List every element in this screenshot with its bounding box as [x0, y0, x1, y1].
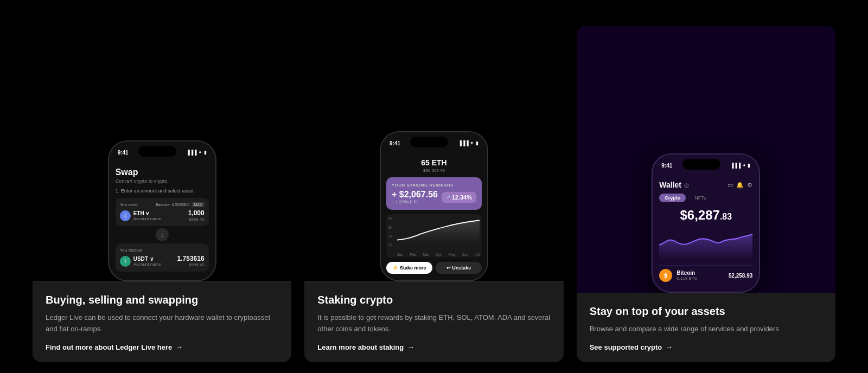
chart-y-4k: 4k [388, 216, 392, 220]
wallet-link-text: See supported crypto [590, 343, 662, 351]
chart-y-2k: 2k [388, 234, 392, 238]
status-bar-swap: 9:41 ▐▐▐ ✦ ▮ [109, 142, 215, 161]
send-max[interactable]: MAX [192, 202, 204, 207]
tab-nfts[interactable]: NFTs [689, 194, 711, 202]
rewards-amount: + $2,067.56 [392, 190, 438, 200]
wallet-title: Wallet [659, 181, 681, 189]
card-icon[interactable]: ▭ [727, 182, 733, 189]
rewards-pct-badge: ↗ 12.34% [442, 192, 476, 203]
usdt-icon: T [120, 256, 131, 267]
chart-svg [397, 216, 480, 243]
swap-receive-header: You receive [120, 248, 205, 253]
staking-chart: 4k 3k 2k 1k [386, 214, 482, 258]
time-wallet: 9:41 [661, 163, 672, 169]
staking-rewards-box: YOUR STAKING REWARDS + $2,067.56 + 1.375… [386, 177, 482, 210]
time-swap: 9:41 [118, 150, 129, 156]
wallet-card: 9:41 ▐▐▐ ✦ ▮ Wallet ◎ ▭ 🔔 ⚙ [577, 26, 835, 362]
staking-phone-area: 9:41 ▐▐▐ ✦ ▮ 65 ETH $96,567.78 YOUR STAK… [304, 26, 563, 281]
swap-title: Swap [116, 168, 209, 177]
bitcoin-asset-row: ₿ Bitcoin 0.118 BTC $2,258.93 [659, 265, 752, 285]
send-asset-row: ⟠ ETH ∨ Account name 1,000 $ [120, 209, 205, 222]
wallet-screen: Wallet ◎ ▭ 🔔 ⚙ Crypto NFTs [653, 174, 759, 292]
swap-send-header: You send Balance: 0.3928364 MAX [120, 202, 205, 207]
wallet-chart [659, 227, 752, 260]
wallet-tabs: Crypto NFTs [659, 194, 752, 202]
swap-info-title: Buying, selling and swapping [46, 293, 278, 307]
staking-balance-eth: 65 ETH [386, 158, 482, 167]
stake-more-button[interactable]: ⚡ Stake more [386, 262, 432, 274]
staking-card-info: Staking crypto It is possible to get rew… [304, 281, 563, 362]
dynamic-island-staking [410, 137, 448, 147]
staking-info-link[interactable]: Learn more about staking → [317, 343, 550, 351]
balance-cents: .83 [720, 212, 732, 221]
rewards-row: + $2,067.56 + 1.3756 ETH ↗ 12.34% [392, 190, 476, 204]
chart-y-labels: 4k 3k 2k 1k [388, 216, 392, 247]
swap-receive-box: You receive T USDT ∨ Account name [116, 243, 209, 272]
eth-icon: ⟠ [120, 210, 131, 221]
tab-crypto[interactable]: Crypto [659, 194, 686, 202]
unstake-icon: ↩ [446, 265, 452, 271]
wallet-title-row: Wallet ◎ [659, 181, 689, 189]
swap-step: 1. Enter an amount and select asset [116, 188, 209, 194]
staking-info-desc: It is possible to get rewards by staking… [317, 312, 550, 335]
wallet-card-info: Stay on top of your assets Browse and co… [577, 293, 835, 362]
unstake-button[interactable]: ↩ Unstake [436, 262, 482, 274]
staking-info-title: Staking crypto [317, 293, 550, 307]
swap-info-desc: Ledger Live can be used to connect your … [46, 312, 278, 335]
send-asset-left: ⟠ ETH ∨ Account name [120, 210, 161, 221]
receive-asset-name: USDT ∨ [133, 256, 161, 262]
btc-icon: ₿ [659, 269, 672, 282]
swap-link-text: Find out more about Ledger Live here [46, 343, 172, 351]
stake-icon: ⚡ [392, 265, 400, 271]
bell-icon[interactable]: 🔔 [736, 182, 744, 189]
btc-amount: 0.118 BTC [676, 276, 724, 281]
btc-value: $2,258.93 [729, 273, 753, 279]
chart-x-labels: Jan Feb Mar Apr May Jun Jul [397, 253, 480, 256]
wallet-link-arrow: → [665, 343, 673, 351]
rewards-sub: + 1.3756 ETH [392, 200, 438, 204]
status-bar-staking: 9:41 ▐▐▐ ✦ ▮ [381, 132, 487, 152]
receive-account: Account name [133, 262, 161, 267]
send-asset-name: ETH ∨ [133, 210, 161, 216]
time-staking: 9:41 [390, 140, 400, 146]
swap-direction-button[interactable]: ↓ [156, 228, 169, 241]
status-bar-wallet: 9:41 ▐▐▐ ✦ ▮ [653, 155, 759, 174]
swap-send-box: You send Balance: 0.3928364 MAX ⟠ [116, 198, 209, 226]
staking-phone: 9:41 ▐▐▐ ✦ ▮ 65 ETH $96,567.78 YOUR STAK… [380, 131, 488, 281]
dynamic-island-swap [138, 146, 176, 157]
btc-name: Bitcoin [676, 270, 724, 276]
wallet-info-title: Stay on top of your assets [590, 304, 822, 318]
status-icons-wallet: ▐▐▐ ✦ ▮ [730, 163, 750, 168]
balance-main: $6,287.83 [680, 208, 732, 222]
wallet-info-desc: Browse and compare a wide range of servi… [590, 324, 822, 335]
swap-phone: 9:41 ▐▐▐ ✦ ▮ Swap Convert crypto to cryp… [108, 140, 216, 281]
wallet-header: Wallet ◎ ▭ 🔔 ⚙ [659, 181, 752, 189]
receive-usd: $999.42 [177, 262, 205, 267]
wallet-chart-svg [659, 227, 752, 260]
rewards-label: YOUR STAKING REWARDS [392, 183, 476, 188]
send-asset-info: ETH ∨ Account name [133, 210, 161, 221]
staking-balance-usd: $96,567.78 [386, 168, 482, 173]
status-icons-staking: ▐▐▐ ✦ ▮ [458, 140, 478, 146]
settings-icon[interactable]: ⚙ [747, 182, 752, 189]
send-amount-value: 1,000 [188, 209, 205, 217]
swap-link-arrow: → [175, 343, 183, 351]
swap-info-link[interactable]: Find out more about Ledger Live here → [46, 343, 278, 351]
swap-phone-area: 9:41 ▐▐▐ ✦ ▮ Swap Convert crypto to cryp… [33, 26, 291, 281]
receive-asset-left: T USDT ∨ Account name [120, 256, 161, 267]
wallet-info-link[interactable]: See supported crypto → [590, 343, 822, 351]
swap-card-info: Buying, selling and swapping Ledger Live… [33, 281, 291, 362]
swap-subtitle: Convert crypto to crypto [116, 178, 209, 184]
wallet-balance: $6,287.83 [659, 208, 752, 223]
chart-y-1k: 1k [388, 243, 392, 247]
staking-screen: 65 ETH $96,567.78 YOUR STAKING REWARDS +… [381, 152, 487, 280]
dynamic-island-wallet [682, 159, 720, 170]
wallet-action-icons: ▭ 🔔 ⚙ [727, 182, 752, 189]
rewards-amounts: + $2,067.56 + 1.3756 ETH [392, 190, 438, 204]
send-balance: Balance: 0.3928364 [156, 203, 189, 207]
status-icons-swap: ▐▐▐ ✦ ▮ [187, 150, 207, 155]
send-account: Account name [133, 216, 161, 221]
wallet-phone: 9:41 ▐▐▐ ✦ ▮ Wallet ◎ ▭ 🔔 ⚙ [652, 153, 760, 293]
staking-link-arrow: → [407, 343, 414, 351]
staking-card: 9:41 ▐▐▐ ✦ ▮ 65 ETH $96,567.78 YOUR STAK… [304, 26, 563, 362]
